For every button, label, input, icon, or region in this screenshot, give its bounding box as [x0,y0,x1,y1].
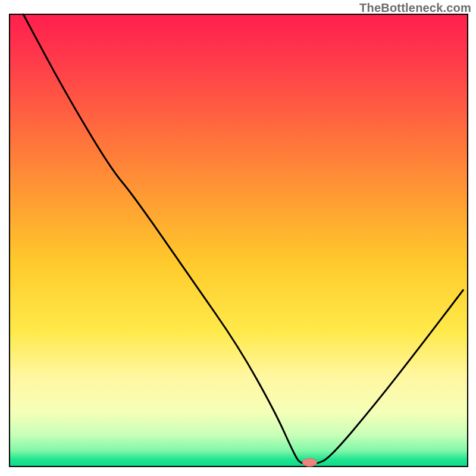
chart-container: TheBottleneck.com [0,0,476,476]
watermark-text: TheBottleneck.com [359,1,471,15]
bottleneck-chart [0,0,476,476]
plot-background [10,14,468,466]
optimal-marker [302,458,317,466]
